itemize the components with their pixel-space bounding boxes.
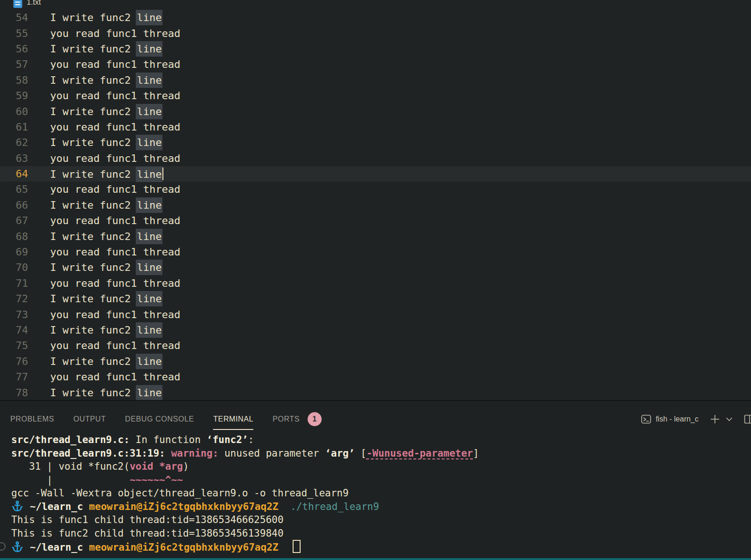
terminal-text-segment: In function xyxy=(130,434,206,445)
editor-line[interactable]: 58I write func2 line xyxy=(0,73,751,88)
editor-line[interactable]: 77you read func1 thread xyxy=(0,369,751,385)
terminal-line: | ~~~~~~^~~ xyxy=(11,473,751,487)
terminal-text-segment: gcc -Wall -Wextra object/thread_learn9.o… xyxy=(11,487,349,499)
text-file-icon xyxy=(13,0,22,8)
editor-tab[interactable]: 1.txt xyxy=(0,0,751,10)
line-number: 63 xyxy=(0,153,28,164)
terminal-text-segment: ~~~~~~^~~ xyxy=(130,474,183,486)
terminal-text-segment: ] xyxy=(473,448,479,459)
terminal-text-segment xyxy=(24,542,30,553)
editor-line[interactable]: 63you read func1 thread xyxy=(0,151,751,166)
editor-line[interactable]: 71you read func1 thread xyxy=(0,276,751,291)
line-text: I write func2 line xyxy=(28,262,162,273)
editor-line[interactable]: 72I write func2 line xyxy=(0,291,751,306)
terminal-line: 31 | void *func2(void *arg) xyxy=(11,460,751,473)
terminal-text-segment: src/thread_learn9.c: xyxy=(11,434,130,445)
editor-line[interactable]: 64I write func2 line xyxy=(0,166,751,182)
terminal-line: src/thread_learn9.c: In function ‘func2’… xyxy=(11,433,751,447)
terminal-text-segment: ‘func2’ xyxy=(206,434,248,445)
editor-line[interactable]: 73you read func1 thread xyxy=(0,306,751,322)
highlighted-word: line xyxy=(136,167,162,182)
command-decoration-circle xyxy=(0,542,6,551)
terminal-text-segment: ~/learn_c xyxy=(30,501,83,512)
terminal-text-segment: ‘arg’ xyxy=(325,448,354,459)
line-text: you read func1 thread xyxy=(28,183,180,195)
line-text: I write func2 line xyxy=(28,387,162,399)
editor-lines: 54I write func2 line55you read func1 thr… xyxy=(0,10,751,400)
editor-line[interactable]: 56I write func2 line xyxy=(0,41,751,57)
panel-tab-problems[interactable]: PROBLEMS xyxy=(10,405,54,433)
highlighted-word: line xyxy=(136,229,162,244)
editor-line[interactable]: 54I write func2 line xyxy=(0,10,751,25)
editor-line[interactable]: 61you read func1 thread xyxy=(0,119,751,135)
terminal-text-segment xyxy=(24,501,30,512)
line-text: I write func2 line xyxy=(28,12,162,23)
panel-tab-terminal[interactable]: TERMINAL xyxy=(213,405,253,433)
line-text: you read func1 thread xyxy=(28,371,180,383)
highlighted-word: line xyxy=(136,73,162,88)
editor-line[interactable]: 59you read func1 thread xyxy=(0,88,751,103)
line-text: you read func1 thread xyxy=(28,121,180,133)
line-number: 64 xyxy=(0,168,28,180)
editor-line[interactable]: 69you read func1 thread xyxy=(0,244,751,260)
terminal-output[interactable]: src/thread_learn9.c: In function ‘func2’… xyxy=(0,433,751,554)
highlighted-word: line xyxy=(136,385,162,400)
line-number: 76 xyxy=(0,356,28,367)
editor-line[interactable]: 60I write func2 line xyxy=(0,103,751,119)
line-number: 73 xyxy=(0,309,28,320)
editor-pane[interactable]: 1.txt 54I write func2 line55you read fun… xyxy=(0,0,751,400)
line-number: 62 xyxy=(0,137,28,148)
highlighted-word: line xyxy=(136,135,162,150)
editor-line[interactable]: 70I write func2 line xyxy=(0,260,751,275)
editor-line[interactable]: 78I write func2 line xyxy=(0,385,751,400)
terminal-text-segment: [ xyxy=(354,448,366,459)
panel-tab-debug-console[interactable]: DEBUG CONSOLE xyxy=(125,405,194,433)
editor-line[interactable]: 75you read func1 thread xyxy=(0,338,751,353)
terminal-line: This is func1 child thread:tid=138653466… xyxy=(11,513,751,527)
panel-tab-output[interactable]: OUTPUT xyxy=(74,405,106,433)
editor-line[interactable]: 65you read func1 thread xyxy=(0,182,751,197)
terminal-text-segment: src/thread_learn9.c:31:19: xyxy=(11,448,165,459)
line-number: 56 xyxy=(0,43,28,55)
terminal-cursor xyxy=(293,540,301,553)
editor-line[interactable]: 68I write func2 line xyxy=(0,228,751,244)
line-text: I write func2 line xyxy=(28,106,162,117)
line-text: I write func2 line xyxy=(28,199,162,211)
line-text: you read func1 thread xyxy=(28,340,180,351)
highlighted-word: line xyxy=(136,291,162,306)
editor-line[interactable]: 55you read func1 thread xyxy=(0,25,751,41)
terminal-instance-label[interactable]: fish - learn_c xyxy=(655,415,699,423)
terminal-line: gcc -Wall -Wextra object/thread_learn9.o… xyxy=(11,487,751,500)
panel-tab-label: PORTS xyxy=(272,415,300,423)
editor-line[interactable]: 76I write func2 line xyxy=(0,354,751,369)
terminal-line: ~/learn_c meowrain@iZj6c2tgqbhxknbyy67aq… xyxy=(11,500,751,514)
ports-badge: 1 xyxy=(308,412,322,426)
line-text: you read func1 thread xyxy=(28,309,180,320)
line-number: 71 xyxy=(0,277,28,289)
split-terminal-icon[interactable] xyxy=(744,413,751,425)
editor-line[interactable]: 74I write func2 line xyxy=(0,322,751,338)
line-number: 65 xyxy=(0,183,28,195)
line-text: I write func2 line xyxy=(28,74,162,86)
highlighted-word: line xyxy=(136,41,162,57)
terminal-text-segment: This is func1 child thread:tid=138653466… xyxy=(11,514,284,525)
highlighted-word: line xyxy=(136,322,162,338)
panel-actions: fish - learn_c xyxy=(641,405,751,433)
line-text: I write func2 line xyxy=(28,293,162,305)
line-number: 67 xyxy=(0,215,28,226)
editor-line[interactable]: 67you read func1 thread xyxy=(0,213,751,228)
panel-header: PROBLEMSOUTPUTDEBUG CONSOLETERMINALPORTS… xyxy=(0,401,751,433)
editor-line[interactable]: 66I write func2 line xyxy=(0,197,751,213)
bottom-panel: PROBLEMSOUTPUTDEBUG CONSOLETERMINALPORTS… xyxy=(0,400,751,559)
panel-tab-ports[interactable]: PORTS1 xyxy=(272,405,322,433)
editor-line[interactable]: 62I write func2 line xyxy=(0,135,751,150)
editor-line[interactable]: 57you read func1 thread xyxy=(0,57,751,72)
line-number: 68 xyxy=(0,231,28,242)
launch-profile-chevron-icon[interactable] xyxy=(724,414,734,424)
terminal-text-segment: meowrain@iZj6c2tgqbhxknbyy67aq2Z xyxy=(89,501,279,512)
panel-tabs: PROBLEMSOUTPUTDEBUG CONSOLETERMINALPORTS… xyxy=(10,405,341,433)
line-number: 77 xyxy=(0,371,28,383)
terminal-text-segment xyxy=(83,501,89,512)
line-text: I write func2 line xyxy=(28,43,162,55)
new-terminal-plus-icon[interactable] xyxy=(709,413,721,425)
